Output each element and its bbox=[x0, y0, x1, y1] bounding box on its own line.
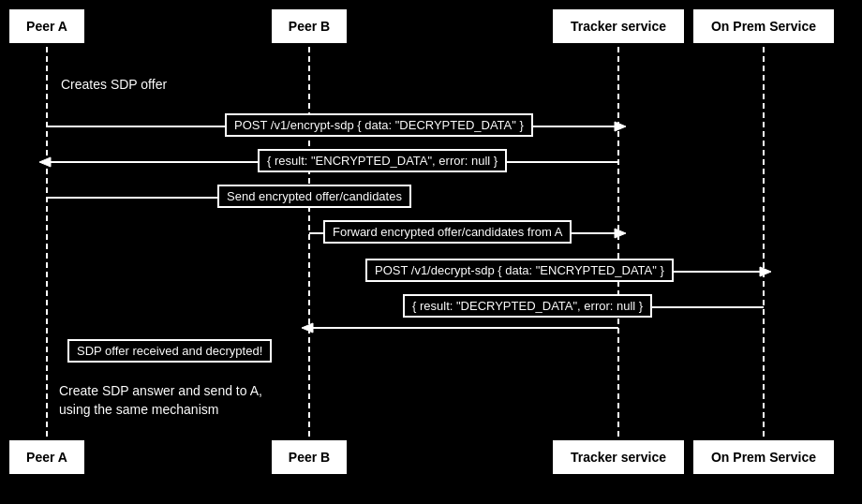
actor-tracker-bottom: Tracker service bbox=[553, 440, 684, 474]
msg-create-answer: Create SDP answer and send to A, using t… bbox=[59, 382, 262, 419]
actor-peer-b-top: Peer B bbox=[272, 9, 347, 43]
actor-peer-b-bottom: Peer B bbox=[272, 440, 347, 474]
actor-onprem-top: On Prem Service bbox=[693, 9, 834, 43]
svg-marker-11 bbox=[615, 229, 626, 238]
msg-creates-sdp: Creates SDP offer bbox=[61, 77, 167, 92]
sequence-diagram: Peer A Peer B Tracker service On Prem Se… bbox=[0, 0, 862, 504]
actor-onprem-bottom: On Prem Service bbox=[693, 440, 834, 474]
msg-result-encrypt: { result: "ENCRYPTED_DATA", error: null … bbox=[258, 149, 507, 172]
actor-peer-a-top: Peer A bbox=[9, 9, 84, 43]
msg-sdp-offer-received: SDP offer received and decrypted! bbox=[67, 339, 272, 363]
msg-post-decrypt: POST /v1/decrypt-sdp { data: "ENCRYPTED_… bbox=[365, 259, 674, 282]
svg-marker-13 bbox=[760, 267, 771, 276]
msg-send-encrypted: Send encrypted offer/candidates bbox=[217, 185, 411, 208]
msg-post-encrypt: POST /v1/encrypt-sdp { data: "DECRYPTED_… bbox=[225, 113, 533, 137]
svg-marker-5 bbox=[615, 122, 626, 131]
svg-marker-7 bbox=[39, 157, 51, 167]
actor-peer-a-bottom: Peer A bbox=[9, 440, 84, 474]
msg-forward-encrypted: Forward encrypted offer/candidates from … bbox=[323, 220, 572, 244]
svg-marker-17 bbox=[302, 323, 313, 333]
msg-result-decrypt: { result: "DECRYPTED_DATA", error: null … bbox=[403, 294, 652, 318]
actor-tracker-top: Tracker service bbox=[553, 9, 684, 43]
